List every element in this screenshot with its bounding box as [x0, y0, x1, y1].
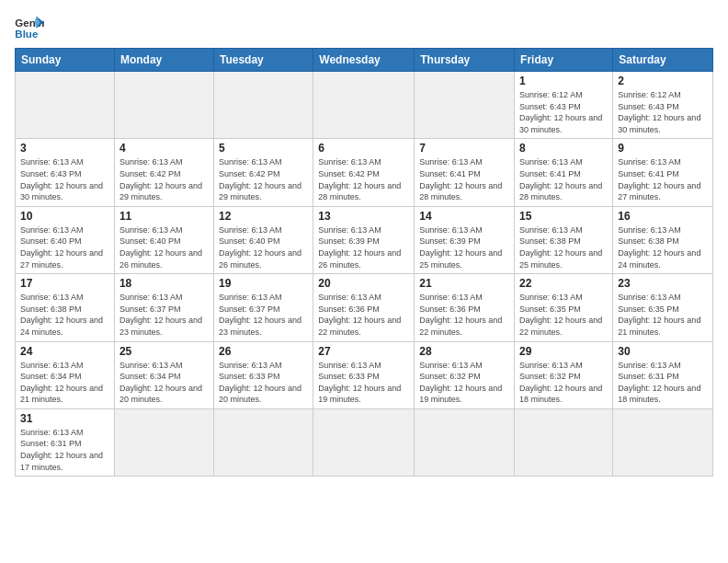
- calendar-cell: 6Sunrise: 6:13 AM Sunset: 6:42 PM Daylig…: [313, 139, 415, 206]
- day-info: Sunrise: 6:13 AM Sunset: 6:40 PM Dayligh…: [219, 224, 308, 270]
- day-number: 26: [219, 345, 308, 358]
- calendar-cell: 15Sunrise: 6:13 AM Sunset: 6:38 PM Dayli…: [515, 206, 613, 273]
- calendar-cell: 11Sunrise: 6:13 AM Sunset: 6:40 PM Dayli…: [114, 206, 213, 273]
- calendar-cell: 5Sunrise: 6:13 AM Sunset: 6:42 PM Daylig…: [213, 139, 313, 206]
- calendar-cell: 12Sunrise: 6:13 AM Sunset: 6:40 PM Dayli…: [213, 206, 313, 273]
- header: General Blue: [15, 15, 713, 40]
- calendar-cell: [313, 408, 415, 476]
- day-number: 31: [20, 412, 109, 425]
- calendar-cell: 4Sunrise: 6:13 AM Sunset: 6:42 PM Daylig…: [114, 139, 213, 206]
- weekday-header-sunday: Sunday: [16, 49, 115, 72]
- day-number: 15: [519, 210, 608, 223]
- day-info: Sunrise: 6:13 AM Sunset: 6:35 PM Dayligh…: [618, 292, 708, 338]
- day-info: Sunrise: 6:13 AM Sunset: 6:41 PM Dayligh…: [618, 156, 708, 202]
- calendar-cell: 13Sunrise: 6:13 AM Sunset: 6:39 PM Dayli…: [313, 206, 415, 273]
- day-number: 1: [519, 75, 608, 87]
- calendar-cell: [114, 72, 213, 139]
- calendar-cell: 17Sunrise: 6:13 AM Sunset: 6:38 PM Dayli…: [16, 274, 115, 341]
- calendar-cell: 8Sunrise: 6:13 AM Sunset: 6:41 PM Daylig…: [515, 139, 613, 206]
- day-number: 12: [219, 210, 308, 223]
- day-info: Sunrise: 6:13 AM Sunset: 6:32 PM Dayligh…: [519, 360, 608, 406]
- svg-text:Blue: Blue: [15, 29, 39, 40]
- day-info: Sunrise: 6:12 AM Sunset: 6:43 PM Dayligh…: [618, 89, 708, 135]
- calendar-cell: 2Sunrise: 6:12 AM Sunset: 6:43 PM Daylig…: [613, 72, 713, 139]
- calendar-cell: [415, 72, 515, 139]
- day-info: Sunrise: 6:13 AM Sunset: 6:34 PM Dayligh…: [20, 360, 109, 406]
- day-number: 19: [219, 277, 308, 290]
- day-info: Sunrise: 6:13 AM Sunset: 6:32 PM Dayligh…: [419, 360, 509, 406]
- day-info: Sunrise: 6:13 AM Sunset: 6:36 PM Dayligh…: [318, 292, 409, 338]
- day-info: Sunrise: 6:13 AM Sunset: 6:39 PM Dayligh…: [318, 224, 409, 270]
- page: General Blue SundayMondayTuesdayWednesda…: [0, 0, 728, 563]
- calendar-cell: 1Sunrise: 6:12 AM Sunset: 6:43 PM Daylig…: [515, 72, 613, 139]
- week-row-2: 10Sunrise: 6:13 AM Sunset: 6:40 PM Dayli…: [16, 206, 713, 273]
- day-info: Sunrise: 6:13 AM Sunset: 6:33 PM Dayligh…: [219, 360, 308, 406]
- calendar-cell: [313, 72, 415, 139]
- calendar-cell: [213, 72, 313, 139]
- weekday-header-friday: Friday: [515, 49, 613, 72]
- day-info: Sunrise: 6:13 AM Sunset: 6:31 PM Dayligh…: [618, 360, 708, 406]
- weekday-header-thursday: Thursday: [415, 49, 515, 72]
- week-row-4: 24Sunrise: 6:13 AM Sunset: 6:34 PM Dayli…: [16, 341, 713, 408]
- day-number: 13: [318, 210, 409, 223]
- calendar-cell: [16, 72, 115, 139]
- day-info: Sunrise: 6:13 AM Sunset: 6:42 PM Dayligh…: [219, 156, 308, 202]
- day-number: 8: [519, 142, 608, 155]
- weekday-header-tuesday: Tuesday: [213, 49, 313, 72]
- day-number: 30: [618, 345, 708, 358]
- day-number: 22: [519, 277, 608, 290]
- week-row-0: 1Sunrise: 6:12 AM Sunset: 6:43 PM Daylig…: [16, 72, 713, 139]
- day-number: 4: [119, 142, 209, 155]
- day-number: 11: [119, 210, 209, 223]
- calendar-cell: [515, 408, 613, 476]
- generalblue-logo-icon: General Blue: [15, 15, 44, 40]
- day-number: 3: [20, 142, 109, 155]
- day-info: Sunrise: 6:13 AM Sunset: 6:31 PM Dayligh…: [20, 427, 109, 473]
- day-number: 29: [519, 345, 608, 358]
- calendar-cell: 25Sunrise: 6:13 AM Sunset: 6:34 PM Dayli…: [114, 341, 213, 408]
- calendar-cell: 10Sunrise: 6:13 AM Sunset: 6:40 PM Dayli…: [16, 206, 115, 273]
- day-number: 16: [618, 210, 708, 223]
- day-info: Sunrise: 6:13 AM Sunset: 6:38 PM Dayligh…: [618, 224, 708, 270]
- day-info: Sunrise: 6:13 AM Sunset: 6:40 PM Dayligh…: [20, 224, 109, 270]
- day-number: 10: [20, 210, 109, 223]
- calendar-cell: [114, 408, 213, 476]
- weekday-header-monday: Monday: [114, 49, 213, 72]
- day-number: 7: [419, 142, 509, 155]
- calendar-cell: [213, 408, 313, 476]
- calendar-table: SundayMondayTuesdayWednesdayThursdayFrid…: [15, 48, 713, 477]
- day-info: Sunrise: 6:13 AM Sunset: 6:41 PM Dayligh…: [519, 156, 608, 202]
- logo: General Blue: [15, 15, 44, 40]
- weekday-header-wednesday: Wednesday: [313, 49, 415, 72]
- calendar-cell: 29Sunrise: 6:13 AM Sunset: 6:32 PM Dayli…: [515, 341, 613, 408]
- day-info: Sunrise: 6:13 AM Sunset: 6:41 PM Dayligh…: [419, 156, 509, 202]
- day-info: Sunrise: 6:13 AM Sunset: 6:33 PM Dayligh…: [318, 360, 409, 406]
- day-info: Sunrise: 6:13 AM Sunset: 6:42 PM Dayligh…: [119, 156, 209, 202]
- calendar-cell: 28Sunrise: 6:13 AM Sunset: 6:32 PM Dayli…: [415, 341, 515, 408]
- weekday-header-row: SundayMondayTuesdayWednesdayThursdayFrid…: [16, 49, 713, 72]
- calendar-cell: 20Sunrise: 6:13 AM Sunset: 6:36 PM Dayli…: [313, 274, 415, 341]
- day-number: 24: [20, 345, 109, 358]
- weekday-header-saturday: Saturday: [613, 49, 713, 72]
- day-number: 17: [20, 277, 109, 290]
- calendar-cell: 21Sunrise: 6:13 AM Sunset: 6:36 PM Dayli…: [415, 274, 515, 341]
- day-number: 21: [419, 277, 509, 290]
- day-info: Sunrise: 6:12 AM Sunset: 6:43 PM Dayligh…: [519, 89, 608, 135]
- day-number: 27: [318, 345, 409, 358]
- week-row-5: 31Sunrise: 6:13 AM Sunset: 6:31 PM Dayli…: [16, 408, 713, 476]
- day-info: Sunrise: 6:13 AM Sunset: 6:42 PM Dayligh…: [318, 156, 409, 202]
- day-number: 6: [318, 142, 409, 155]
- day-number: 14: [419, 210, 509, 223]
- day-number: 18: [119, 277, 209, 290]
- calendar-cell: 27Sunrise: 6:13 AM Sunset: 6:33 PM Dayli…: [313, 341, 415, 408]
- day-info: Sunrise: 6:13 AM Sunset: 6:40 PM Dayligh…: [119, 224, 209, 270]
- day-number: 20: [318, 277, 409, 290]
- week-row-3: 17Sunrise: 6:13 AM Sunset: 6:38 PM Dayli…: [16, 274, 713, 341]
- calendar-cell: 9Sunrise: 6:13 AM Sunset: 6:41 PM Daylig…: [613, 139, 713, 206]
- day-info: Sunrise: 6:13 AM Sunset: 6:38 PM Dayligh…: [519, 224, 608, 270]
- day-info: Sunrise: 6:13 AM Sunset: 6:37 PM Dayligh…: [219, 292, 308, 338]
- calendar-cell: 16Sunrise: 6:13 AM Sunset: 6:38 PM Dayli…: [613, 206, 713, 273]
- day-info: Sunrise: 6:13 AM Sunset: 6:35 PM Dayligh…: [519, 292, 608, 338]
- calendar-cell: 23Sunrise: 6:13 AM Sunset: 6:35 PM Dayli…: [613, 274, 713, 341]
- day-info: Sunrise: 6:13 AM Sunset: 6:39 PM Dayligh…: [419, 224, 509, 270]
